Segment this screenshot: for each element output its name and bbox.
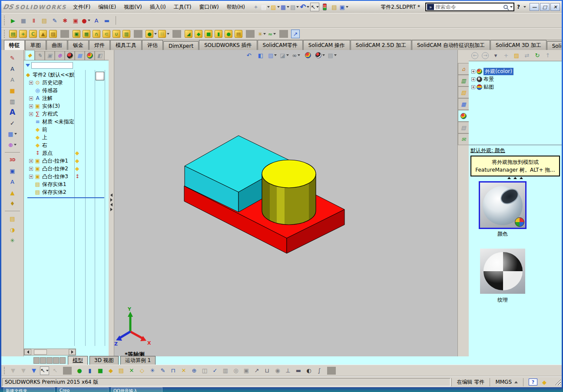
filter-route-icon[interactable]: ∫: [315, 366, 324, 375]
expand-icon[interactable]: [471, 77, 475, 81]
spell-check-icon[interactable]: ✓: [8, 119, 17, 127]
print-icon[interactable]: ▤: [290, 3, 299, 11]
swap-icon[interactable]: ⇄: [523, 51, 531, 60]
wrap-icon[interactable]: ▣: [8, 166, 17, 175]
filter-solid-icon[interactable]: ▤: [117, 366, 126, 375]
tree-boss-extrude2[interactable]: ▣ 凸台-拉伸2: [24, 165, 109, 173]
dropdown-caret-icon[interactable]: [287, 6, 289, 8]
search-caret-icon[interactable]: [510, 6, 513, 8]
close-button[interactable]: ✕: [550, 3, 560, 11]
filter-dimension-icon[interactable]: ✓: [211, 366, 219, 375]
previous-view-icon[interactable]: ↶: [245, 51, 253, 60]
resize-grip[interactable]: [555, 379, 561, 385]
hide-show-items-icon[interactable]: ∞: [292, 51, 301, 60]
window-layout-icon[interactable]: ▬: [103, 16, 111, 25]
command-search[interactable]: »: [425, 3, 514, 11]
home-tab[interactable]: ⌂: [458, 63, 469, 75]
scam-plane-icon[interactable]: ◢: [184, 30, 193, 38]
new-macro-icon[interactable]: ▤: [40, 16, 49, 25]
tree-sensors[interactable]: ◎ 传感器: [24, 86, 109, 94]
scam-block-icon[interactable]: ■: [204, 30, 213, 38]
dropdown-caret-icon[interactable]: [296, 6, 299, 8]
status-tag-icon[interactable]: ◆: [540, 378, 549, 386]
tree-annotations[interactable]: A 注解: [24, 94, 109, 102]
expand-icon[interactable]: [29, 112, 33, 116]
rebuild-icon[interactable]: [320, 3, 329, 11]
scam-slot-icon[interactable]: ∪: [112, 30, 121, 38]
color-sphere-preview[interactable]: [480, 183, 525, 228]
dropdown-caret-icon[interactable]: [277, 6, 280, 8]
scroll-up-indicator[interactable]: [469, 177, 562, 179]
dropdown-caret-icon[interactable]: [316, 6, 319, 8]
tree-save-body2[interactable]: ▤ 保存实体2: [24, 188, 109, 196]
tree-front-plane[interactable]: ◆ 前: [24, 126, 109, 133]
zoom-fit-icon[interactable]: [221, 51, 230, 60]
toolbox-icon[interactable]: ✳: [8, 236, 17, 245]
filter-note-icon[interactable]: ▣: [242, 366, 251, 375]
custom-properties-tab[interactable]: ▤: [458, 122, 469, 133]
filter-sketch-segment-icon[interactable]: ⊓: [169, 366, 178, 375]
undo-icon[interactable]: ↶: [300, 3, 309, 11]
tree-boss-extrude3[interactable]: ▣ 凸台-拉伸3: [24, 173, 109, 180]
scam-sheet-icon[interactable]: ▥: [122, 30, 131, 38]
scam-spline-icon[interactable]: ≈: [268, 30, 276, 38]
run-macro-icon[interactable]: ▶: [9, 16, 17, 25]
menu-item[interactable]: 插入(I): [146, 3, 170, 12]
propertymanager-tab[interactable]: ✎: [35, 51, 45, 60]
edit-macro-icon[interactable]: ✎: [50, 16, 59, 25]
search-input[interactable]: [435, 4, 502, 10]
command-tab[interactable]: DimXpert: [163, 41, 199, 50]
scroll-right-button[interactable]: [69, 349, 76, 355]
mold-icon[interactable]: ◑: [8, 225, 17, 234]
help-caret-icon[interactable]: [523, 6, 526, 8]
command-tab[interactable]: 特征: [4, 40, 25, 50]
solidcam-icon[interactable]: [279, 30, 288, 38]
save-icon[interactable]: ▦: [281, 3, 289, 11]
scam-document-icon[interactable]: ▤: [9, 30, 17, 38]
view-orientation-icon[interactable]: ▧: [268, 51, 277, 60]
up-icon[interactable]: ↑: [543, 51, 552, 60]
taskbar-item[interactable]: Creo: [57, 387, 109, 392]
filter-midpoint-icon[interactable]: ✕: [179, 366, 188, 375]
dropdown-caret-icon[interactable]: [273, 33, 276, 35]
expand-icon[interactable]: [29, 175, 33, 179]
command-tab[interactable]: 钣金: [68, 40, 89, 50]
rotate-text-icon[interactable]: A: [8, 177, 17, 186]
left-toolbar-icon[interactable]: [5, 211, 20, 211]
open-document-icon[interactable]: ▨: [271, 3, 279, 11]
tree-save-body1[interactable]: ▤ 保存实体1: [24, 180, 109, 188]
panel-splitter[interactable]: [109, 50, 114, 356]
dropdown-caret-icon[interactable]: [298, 54, 300, 56]
refresh-icon[interactable]: ↻: [533, 51, 542, 60]
toolbar-grip[interactable]: [4, 30, 6, 38]
scrollbar-thumb[interactable]: [34, 349, 47, 355]
record-macro-icon[interactable]: ●: [82, 16, 90, 25]
expand-icon[interactable]: [471, 85, 475, 89]
file-explorer-tab[interactable]: ▨: [458, 86, 469, 98]
edit-appearance-icon[interactable]: [304, 51, 312, 60]
display-style-icon[interactable]: ◪: [280, 51, 288, 60]
filter-centerline-icon[interactable]: ◫: [200, 366, 209, 375]
appearance-manager-tab[interactable]: [85, 51, 95, 60]
scam-box1-icon[interactable]: ▣: [72, 30, 81, 38]
dropdown-caret-icon[interactable]: [14, 144, 17, 146]
displaymanager-tab[interactable]: [65, 51, 75, 60]
toolbar-grip[interactable]: [4, 16, 6, 25]
scam-spark-icon[interactable]: ✳: [258, 30, 266, 38]
help-button[interactable]: ?: [515, 4, 522, 10]
origin-target-icon[interactable]: ⊕: [8, 140, 17, 149]
tree-origin[interactable]: ↕ 原点: [24, 149, 109, 157]
cam-tab[interactable]: ■: [75, 51, 85, 60]
filter-weld-icon[interactable]: ⊔: [263, 366, 272, 375]
texture-sphere-preview[interactable]: [480, 249, 525, 294]
filter-thread-icon[interactable]: ◐: [305, 366, 313, 375]
filter-funnel-icon[interactable]: [26, 64, 30, 67]
filter-sketch-point-icon[interactable]: ✳: [148, 366, 157, 375]
command-tab[interactable]: 曲面: [46, 40, 67, 50]
command-tab[interactable]: 评估: [142, 40, 163, 50]
splitter-collapse-icon[interactable]: [110, 203, 113, 206]
expand-icon[interactable]: [29, 96, 33, 100]
featuremanager-tab[interactable]: ◆: [25, 50, 35, 60]
dimxpert-annotation-icon[interactable]: A: [92, 16, 101, 25]
filter-datum-icon[interactable]: ↗: [252, 366, 261, 375]
